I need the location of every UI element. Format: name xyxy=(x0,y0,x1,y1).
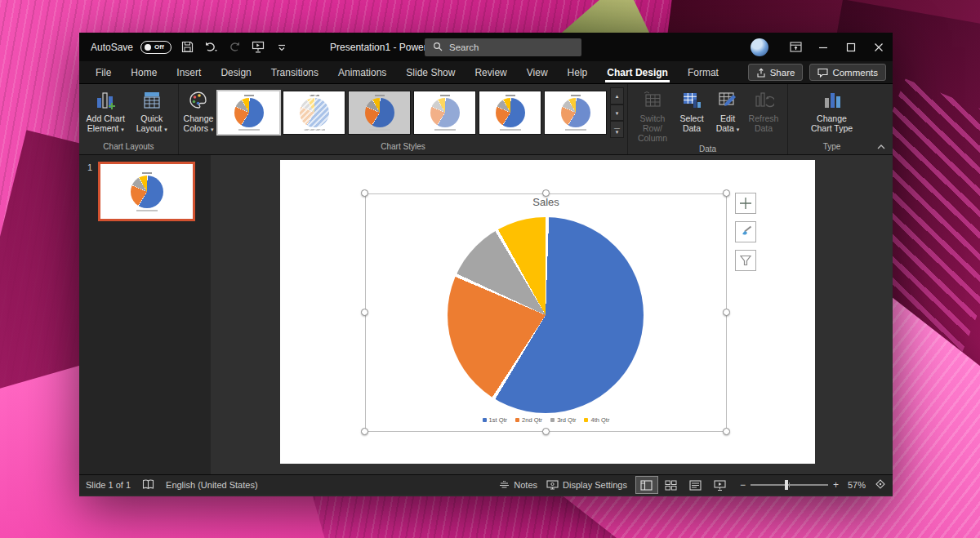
tab-home[interactable]: Home xyxy=(121,61,167,84)
ribbon-tab-bar: File Home Insert Design Transitions Anim… xyxy=(79,61,893,84)
gallery-scroll-up-icon[interactable]: ▴ xyxy=(610,87,624,104)
spellcheck-book-icon[interactable] xyxy=(142,479,154,491)
gallery-scroll-down-icon[interactable]: ▾ xyxy=(610,104,624,122)
powerpoint-window: AutoSave Off Presentation1 - PowerPoint xyxy=(79,33,893,496)
status-bar: Slide 1 of 1 English (United States) Not… xyxy=(79,474,893,495)
start-presentation-icon[interactable] xyxy=(250,39,266,56)
chart-style-6[interactable] xyxy=(544,91,607,135)
tab-file[interactable]: File xyxy=(86,61,121,84)
tab-design[interactable]: Design xyxy=(211,61,261,84)
chart-style-1[interactable] xyxy=(217,91,280,135)
search-icon xyxy=(433,42,443,53)
tab-review[interactable]: Review xyxy=(465,61,516,84)
tab-slide-show[interactable]: Slide Show xyxy=(396,61,465,84)
collapse-ribbon-icon[interactable] xyxy=(875,141,888,153)
legend-marker xyxy=(483,418,487,422)
tab-transitions[interactable]: Transitions xyxy=(261,61,328,84)
switch-row-column-button: Switch Row/Column xyxy=(631,87,674,143)
reading-view-button[interactable] xyxy=(685,477,706,493)
chart-elements-button[interactable] xyxy=(735,193,756,214)
chart-side-tools xyxy=(735,193,756,271)
slide[interactable]: Sales 1st Qtr 2nd Qtr 3rd Qtr xyxy=(280,160,815,464)
group-label-type: Type xyxy=(788,140,875,154)
zoom-out-button[interactable]: − xyxy=(740,479,746,491)
add-chart-element-icon xyxy=(95,89,116,112)
ribbon-display-options-icon[interactable] xyxy=(782,33,809,61)
slide-indicator[interactable]: Slide 1 of 1 xyxy=(86,480,131,490)
add-chart-element-button[interactable]: Add ChartElement ▾ xyxy=(82,87,129,135)
undo-icon[interactable] xyxy=(203,39,219,56)
zoom-slider[interactable] xyxy=(751,484,828,486)
zoom-in-button[interactable]: + xyxy=(833,479,839,491)
chart-style-5[interactable] xyxy=(479,91,541,135)
search-placeholder: Search xyxy=(449,42,479,52)
normal-view-button[interactable] xyxy=(636,477,657,493)
notes-button[interactable]: Notes xyxy=(499,480,537,490)
slide-sorter-view-button[interactable] xyxy=(661,477,682,493)
tab-insert[interactable]: Insert xyxy=(167,61,211,84)
language-indicator[interactable]: English (United States) xyxy=(166,480,258,490)
chart-styles-gallery: ▴ ▾ —▾ xyxy=(217,87,624,138)
legend-marker xyxy=(584,418,588,422)
change-chart-type-button[interactable]: ChangeChart Type xyxy=(804,87,861,133)
resize-handle-middle-left[interactable] xyxy=(361,309,368,316)
chart-styles-button[interactable] xyxy=(735,221,756,242)
slide-number: 1 xyxy=(87,162,92,172)
switch-row-column-icon xyxy=(642,89,663,112)
select-data-button[interactable]: SelectData xyxy=(674,87,710,133)
group-chart-styles: ChangeColors ▾ xyxy=(179,84,628,154)
share-button[interactable]: Share xyxy=(748,64,804,81)
quick-layout-button[interactable]: QuickLayout ▾ xyxy=(129,87,176,135)
resize-handle-middle-right[interactable] xyxy=(723,309,730,316)
tab-animations[interactable]: Animations xyxy=(328,61,396,84)
zoom-level[interactable]: 57% xyxy=(848,480,866,490)
quick-access-toolbar-chevron-icon[interactable] xyxy=(274,39,290,56)
chart-legend[interactable]: 1st Qtr 2nd Qtr 3rd Qtr 4th Qtr xyxy=(365,416,727,424)
chart-style-2[interactable] xyxy=(283,91,345,135)
minimize-button[interactable] xyxy=(809,33,837,61)
refresh-data-button: RefreshData xyxy=(746,87,782,133)
gallery-scroll-controls: ▴ ▾ —▾ xyxy=(610,87,624,138)
tab-chart-design[interactable]: Chart Design xyxy=(597,61,678,84)
pie-chart[interactable] xyxy=(448,217,644,413)
tab-format[interactable]: Format xyxy=(678,61,728,84)
slide-thumbnail[interactable] xyxy=(98,162,195,221)
tab-view[interactable]: View xyxy=(517,61,558,84)
change-colors-button[interactable]: ChangeColors ▾ xyxy=(182,87,215,135)
maximize-button[interactable] xyxy=(837,33,865,61)
resize-handle-bottom-center[interactable] xyxy=(542,428,550,435)
fit-slide-to-window-icon[interactable] xyxy=(875,478,886,491)
chart-filters-button[interactable] xyxy=(735,250,756,271)
plus-icon xyxy=(739,197,752,210)
share-icon xyxy=(756,68,766,78)
close-button[interactable] xyxy=(865,33,893,61)
group-chart-layouts: Add ChartElement ▾ QuickLayout ▾ Chart L… xyxy=(79,84,179,154)
change-chart-type-icon xyxy=(822,89,843,112)
autosave-toggle[interactable]: Off xyxy=(140,41,172,54)
tab-help[interactable]: Help xyxy=(558,61,598,84)
chart-style-4[interactable] xyxy=(413,91,476,135)
notes-icon xyxy=(499,481,510,490)
display-settings-button[interactable]: Display Settings xyxy=(546,480,627,490)
paintbrush-icon xyxy=(739,225,752,238)
save-icon[interactable] xyxy=(179,39,195,56)
zoom-control: − + xyxy=(740,479,839,491)
gallery-more-icon[interactable]: —▾ xyxy=(610,121,624,138)
legend-marker xyxy=(550,418,555,422)
resize-handle-bottom-right[interactable] xyxy=(723,428,730,435)
group-label-chart-layouts: Chart Layouts xyxy=(79,140,178,154)
comments-button[interactable]: Comments xyxy=(809,64,886,81)
search-input[interactable]: Search xyxy=(425,38,581,56)
autosave-label: AutoSave xyxy=(91,42,133,53)
display-settings-icon xyxy=(546,480,559,490)
group-data: Switch Row/Column SelectData EditData ▾ xyxy=(628,84,788,154)
chart-title[interactable]: Sales xyxy=(365,196,727,208)
chart-style-3[interactable] xyxy=(348,91,411,135)
redo-icon xyxy=(226,39,243,56)
slide-show-view-button[interactable] xyxy=(710,477,731,493)
zoom-slider-thumb[interactable] xyxy=(785,480,788,490)
edit-data-button[interactable]: EditData ▾ xyxy=(710,87,746,135)
user-avatar[interactable] xyxy=(751,38,768,56)
resize-handle-bottom-left[interactable] xyxy=(361,428,368,435)
comments-icon xyxy=(817,68,828,78)
